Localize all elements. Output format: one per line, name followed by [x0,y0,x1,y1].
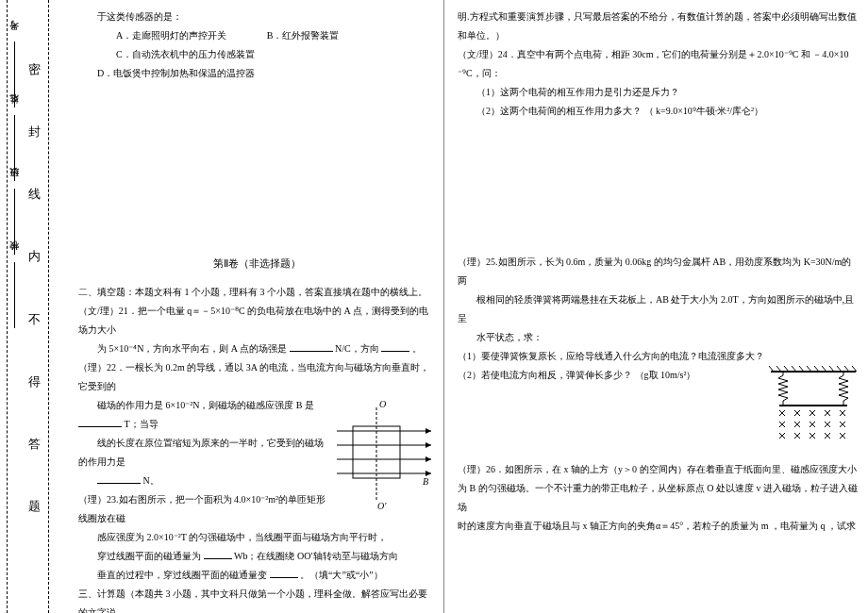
q22-blank2 [97,472,141,484]
student-info-column: 考号 姓名 班级 学校 [8,0,21,613]
q20-stem-cont: 于这类传感器的是： [78,8,436,26]
q24-line2: ⁻⁹C，问： [458,64,860,83]
figure-label-O: O [379,399,386,409]
left-column: 于这类传感器的是： A．走廊照明灯的声控开关 B．红外报警装置 C．自动洗衣机中… [71,0,443,613]
q22-text: 磁场的作用力是 6×10⁻²N，则磁场的磁感应强度 B 是 [97,400,314,410]
q21-line2: 为 5×10⁻⁴N，方向水平向右，则 A 点的场强是 N/C，方向 。 [78,340,436,358]
q26-line3: 时的速度方向垂直于磁场且与 x 轴正方向的夹角α＝45°，若粒子的质量为 m ，… [458,517,860,536]
write-line [14,189,15,255]
seal-warning-column: 密 封 线 内 不 得 答 题 [21,0,49,613]
q23-text2: Wb；在线圈绕 OO′轴转动至与磁场方向 [234,551,398,561]
coil-field-figure: O B O′ [332,398,436,511]
seal-char: 密 [28,63,41,75]
option-a: A．走廊照明灯的声控开关 [97,26,226,45]
write-line [14,115,15,181]
q23-blank1 [204,548,232,559]
q25-line1: （理）25.如图所示，长为 0.6m，质量为 0.06kg 的均匀金属杆 AB，… [458,253,860,290]
q23-text: 穿过线圈平面的磁通量为 [97,551,201,561]
q22-line1: （理）22．一根长为 0.2m 的导线，通以 3A 的电流，当电流方向与磁场方向… [78,358,436,396]
q26-line1: （理）26．如图所示，在 x 轴的上方（y＞0 的空间内）存在着垂直于纸面向里、… [458,460,860,479]
q22-text2: T；当导 [125,419,159,429]
seal-char: 内 [28,250,41,262]
q21-blank2 [381,340,409,352]
seal-char: 答 [28,438,41,450]
seal-char: 线 [28,188,41,200]
exam-page: 于这类传感器的是： A．走廊照明灯的声控开关 B．红外报警装置 C．自动洗衣机中… [71,0,868,613]
calc-header-cont: 明.方程式和重要演算步骤，只写最后答案的不给分，有数值计算的题，答案中必须明确写… [458,8,860,45]
seal-char: 不 [28,313,41,325]
q21-text3: 。 [412,343,422,354]
seal-char: 封 [28,125,41,138]
binding-strip: 考号 姓名 班级 学校 密 封 线 内 不 得 答 题 [0,0,57,613]
q23-line3: 穿过线圈平面的磁通量为 Wb；在线圈绕 OO′轴转动至与磁场方向 [78,547,436,566]
q23-text3: 垂直的过程中，穿过线圈平面的磁通量变 [97,570,267,580]
coil-field-svg: O B O′ [332,398,436,511]
right-column: 明.方程式和重要演算步骤，只写最后答案的不给分，有数值计算的题，答案中必须明确写… [443,0,868,613]
q20-options-row2: C．自动洗衣机中的压力传感装置 D．电饭煲中控制加热和保温的温控器 [78,45,436,83]
figure-label-Oprime: O′ [377,501,387,511]
q23-blank2 [270,567,298,578]
q25-line2: 根相同的轻质弹簧将两端悬挂在天花板上，AB 处于大小为 2.0T，方向如图所示的… [458,290,860,328]
spring-svg [766,366,860,439]
q21-text: 为 5×10⁻⁴N，方向水平向右，则 A 点的场强是 [97,343,287,354]
q21-line1: （文/理）21．把一个电量 q＝－5×10⁻⁸C 的负电荷放在电场中的 A 点，… [78,302,436,340]
q23-text4: 。（填“大”或“小”） [300,570,383,580]
q21-text2: N/C，方向 [335,343,379,354]
q23-line4: 垂直的过程中，穿过线圈平面的磁通量变 。（填“大”或“小”） [78,566,436,585]
q25-line3: 水平状态，求： [458,328,860,347]
svg-marker-3 [426,428,431,434]
q21-blank1 [290,340,333,352]
option-c: C．自动洗衣机中的压力传感装置 [97,45,255,64]
q26-line2: 为 B 的匀强磁场。一个不计重力的带正电粒子，从坐标原点 O 处以速度 v 进入… [458,479,860,517]
write-line [14,41,15,108]
q20-options-row1: A．走廊照明灯的声控开关 B．红外报警装置 [78,26,436,45]
q22-text3: N。 [143,475,159,486]
svg-marker-7 [426,456,431,462]
fill-blank-header: 二、填空题：本题文科有 1 个小题，理科有 3 个小题，答案直接填在题中的横线上… [78,283,436,302]
spring-magnet-figure [766,366,860,437]
q23-line2: 感应强度为 2.0×10⁻²T 的匀强磁场中，当线圈平面与磁场方向平行时， [78,528,436,547]
section2-title: 第Ⅱ卷（非选择题） [78,253,436,273]
write-line [14,262,15,328]
seal-char: 题 [28,500,41,512]
svg-marker-5 [426,442,431,448]
option-b: B．红外报警装置 [248,26,340,45]
option-d: D．电饭煲中控制加热和保温的温控器 [78,64,255,83]
q24-sub1: （1）这两个电荷的相互作用力是引力还是斥力？ [458,83,860,102]
q24-sub2: （2）这两个电荷间的相互作用力多大？ （ k=9.0×10⁹牛顿·米²/库仑²） [458,102,860,121]
dashed-line-1 [0,0,8,613]
q22-blank1 [78,416,122,427]
q24-line1: （文/理）24．真空中有两个点电荷，相距 30cm，它们的电荷量分别是＋2.0×… [458,45,860,64]
calc-header: 三、计算题（本题共 3 小题，其中文科只做第一个小题，理科全做。解答应写出必要的… [78,585,436,613]
q25-sub1: （1）要使弹簧恢复原长，应给导线通入什么方向的电流？电流强度多大？ [458,347,860,366]
seal-char: 得 [28,375,41,388]
figure-label-B: B [423,476,428,487]
